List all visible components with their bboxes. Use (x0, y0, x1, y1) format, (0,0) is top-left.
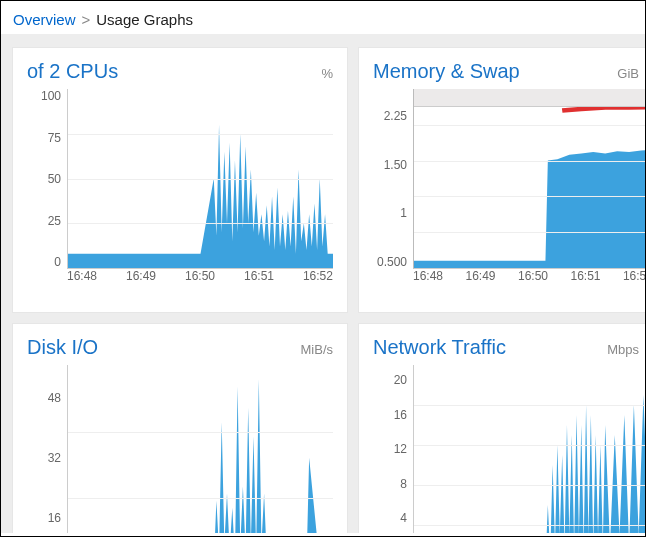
card-unit-network: Mbps (607, 342, 639, 357)
cpu-y-axis: 1007550250 (27, 89, 67, 269)
axis-tick: 100 (41, 89, 61, 103)
axis-tick: 16:51 (570, 269, 600, 289)
axis-tick: 16 (394, 408, 407, 422)
axis-tick: 16:50 (518, 269, 548, 289)
axis-tick: 48 (48, 391, 61, 405)
axis-tick: 16:49 (465, 269, 495, 289)
axis-tick: 16:52 (303, 269, 333, 289)
memory-chart: 2.251.5010.500 16:4816:4916:5016:5116:52 (373, 89, 645, 289)
breadcrumb: Overview > Usage Graphs (1, 1, 645, 34)
card-title-cpu: of 2 CPUs (27, 60, 118, 83)
cpu-x-axis: 16:4816:4916:5016:5116:52 (67, 269, 333, 289)
axis-tick: 8 (400, 477, 407, 491)
axis-tick: 16 (48, 511, 61, 525)
dashboard-grid: of 2 CPUs % 1007550250 16:4816:4916:5016… (1, 34, 645, 533)
axis-tick: 20 (394, 373, 407, 387)
card-disk: Disk I/O MiB/s 483216 (13, 324, 347, 533)
axis-tick: 25 (48, 214, 61, 228)
card-title-memory: Memory & Swap (373, 60, 520, 83)
axis-tick: 16:48 (67, 269, 97, 289)
memory-y-axis: 2.251.5010.500 (373, 109, 413, 269)
axis-tick: 2.25 (384, 109, 407, 123)
axis-tick: 16:50 (185, 269, 215, 289)
axis-tick: 0.500 (377, 255, 407, 269)
breadcrumb-current: Usage Graphs (96, 11, 193, 28)
memory-x-axis: 16:4816:4916:5016:5116:52 (413, 269, 645, 289)
disk-y-axis: 483216 (27, 391, 67, 525)
card-network: Network Traffic Mbps 20161284 (359, 324, 645, 533)
breadcrumb-root[interactable]: Overview (13, 11, 76, 28)
axis-tick: 12 (394, 442, 407, 456)
card-memory: Memory & Swap GiB 2.251.5010.500 16:4816… (359, 48, 645, 312)
cpu-chart: 1007550250 16:4816:4916:5016:5116:52 (27, 89, 333, 289)
axis-tick: 16:49 (126, 269, 156, 289)
axis-tick: 4 (400, 511, 407, 525)
axis-tick: 1.50 (384, 158, 407, 172)
axis-tick: 16:51 (244, 269, 274, 289)
card-unit-disk: MiB/s (301, 342, 334, 357)
axis-tick: 1 (400, 206, 407, 220)
axis-tick: 32 (48, 451, 61, 465)
card-unit-memory: GiB (617, 66, 639, 81)
chevron-right-icon: > (82, 11, 91, 28)
card-cpu: of 2 CPUs % 1007550250 16:4816:4916:5016… (13, 48, 347, 312)
axis-tick: 16:52 (623, 269, 645, 289)
axis-tick: 50 (48, 172, 61, 186)
card-unit-cpu: % (321, 66, 333, 81)
axis-tick: 0 (54, 255, 61, 269)
network-y-axis: 20161284 (373, 373, 413, 525)
card-title-disk: Disk I/O (27, 336, 98, 359)
disk-chart: 483216 (27, 365, 333, 533)
axis-tick: 16:48 (413, 269, 443, 289)
network-chart: 20161284 (373, 365, 645, 533)
card-title-network: Network Traffic (373, 336, 506, 359)
axis-tick: 75 (48, 131, 61, 145)
